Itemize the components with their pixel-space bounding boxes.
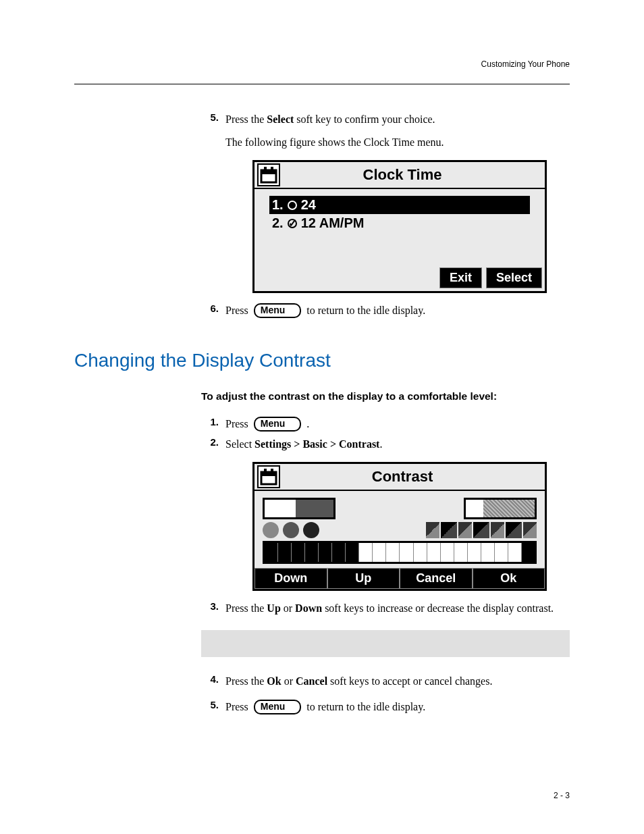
contrast-flags [426,522,537,538]
text: Select [225,438,254,450]
header-rule [74,84,570,84]
opt-num: 2. [272,215,284,231]
svg-rect-2 [264,167,267,172]
svg-rect-6 [264,469,267,474]
text: Press the [225,675,267,687]
contrast-sample-left [263,498,336,519]
opt-label: 24 [301,197,316,213]
bold-text: Down [295,602,322,614]
note-placeholder [201,630,570,657]
step-text: Press Menu to return to the idle display… [225,303,570,319]
svg-rect-1 [261,170,276,174]
text: to return to the idle display. [306,699,425,715]
procedure-lead-in: To adjust the contrast on the display to… [201,390,570,402]
radio-unchecked-icon [288,201,297,210]
bold-text: Ok [267,675,281,687]
screen-title: Contrast [283,468,545,486]
softkey-select[interactable]: Select [486,267,542,288]
calendar-icon [257,465,280,488]
contrast-sample-right [464,498,537,519]
section-heading: Changing the Display Contrast [74,350,570,371]
step-number: 5. [201,111,219,123]
text: Press the [225,602,267,614]
text: Press [225,699,248,715]
step-5: 5. Press the Select soft key to confirm … [201,111,570,151]
softkey-up[interactable]: Up [327,568,400,589]
step-text: Press the Select soft key to confirm you… [225,111,570,151]
step-number: 1. [201,416,219,427]
page-number: 2 - 3 [554,791,570,800]
option-12ampm[interactable]: 2. 12 AM/PM [269,214,530,232]
text: Press [225,303,248,319]
text: soft key to confirm your choice. [294,113,435,125]
step-text: Press Menu . [225,416,570,432]
svg-rect-5 [261,472,276,476]
step-text: Press Menu to return to the idle display… [225,699,570,715]
text: or [281,675,296,687]
step-b1: 1. Press Menu . [201,416,570,432]
option-24[interactable]: 1. 24 [269,196,530,214]
bold-text: Up [267,602,280,614]
screen-title: Clock Time [283,166,545,184]
step-b3: 3. Press the Up or Down soft keys to inc… [201,600,570,617]
step-number: 3. [201,600,219,612]
menu-key-icon[interactable]: Menu [254,417,302,432]
bold-text: Cancel [296,675,327,687]
opt-label: 12 AM/PM [301,215,365,231]
step-number: 2. [201,436,219,448]
contrast-bar [263,541,537,564]
contrast-dots [263,522,319,538]
text: or [281,602,295,614]
svg-rect-3 [271,167,273,172]
radio-checked-icon [288,219,297,228]
step-text: Press the Up or Down soft keys to increa… [225,600,570,617]
step-5-para: The following figure shows the Clock Tim… [225,134,570,151]
menu-key-icon[interactable]: Menu [254,303,302,318]
text: Press the [225,113,267,125]
bold-text: Select [267,113,294,125]
step-b4: 4. Press the Ok or Cancel soft keys to a… [201,673,570,689]
figure-contrast: Contrast [252,462,570,591]
bold-text: Settings > Basic > Contrast [254,438,379,450]
menu-key-icon[interactable]: Menu [254,700,302,714]
text: to return to the idle display. [306,303,425,319]
softkey-exit[interactable]: Exit [439,267,482,288]
opt-num: 1. [272,197,284,213]
text: Press [225,416,248,432]
step-b5: 5. Press Menu to return to the idle disp… [201,699,570,715]
step-6: 6. Press Menu to return to the idle disp… [201,303,570,319]
step-number: 6. [201,303,219,314]
text: soft keys to accept or cancel changes. [327,675,492,687]
softkey-down[interactable]: Down [254,568,327,589]
svg-rect-7 [271,469,273,474]
step-text: Press the Ok or Cancel soft keys to acce… [225,673,570,689]
text: . [379,438,382,450]
step-number: 5. [201,699,219,710]
figure-clock-time: Clock Time 1. 24 2. 12 AM/PM Exit [252,160,570,293]
text: . [306,416,309,432]
running-head: Customizing Your Phone [74,59,570,69]
softkey-ok[interactable]: Ok [473,568,545,589]
softkey-cancel[interactable]: Cancel [400,568,473,589]
calendar-icon [257,163,280,186]
step-number: 4. [201,673,219,685]
text: soft keys to increase or decrease the di… [322,602,554,614]
step-b2: 2. Select Settings > Basic > Contrast. [201,436,570,452]
step-text: Select Settings > Basic > Contrast. [225,436,570,452]
